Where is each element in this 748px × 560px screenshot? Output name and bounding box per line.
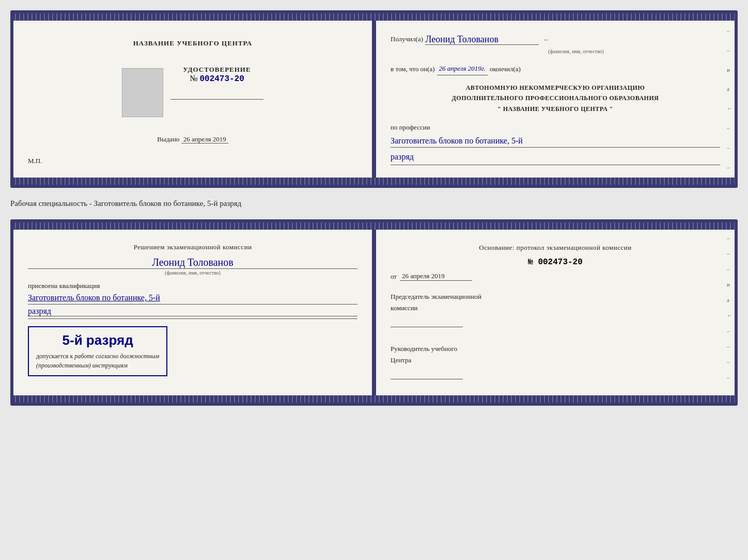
bottom-doc-left-half: Решением экзаменационной комиссии Леонид… bbox=[13, 230, 372, 396]
top-doc-right-half: Получил(а) Леонид Толованов – (фамилия, … bbox=[376, 21, 735, 178]
received-label: Получил(а) bbox=[391, 33, 423, 45]
date-prefix: от bbox=[391, 273, 397, 281]
qualification-label: присвоена квалификация bbox=[28, 282, 357, 290]
director-signature-line bbox=[391, 370, 463, 379]
profession-value: Заготовитель блоков по ботанике, 5-й bbox=[391, 135, 720, 147]
commission-text: Решением экзаменационной комиссии bbox=[133, 243, 252, 251]
cert-label: УДОСТОВЕРЕНИЕ bbox=[170, 66, 263, 74]
right-edge-marks: – – и а ← – – – – bbox=[727, 26, 733, 188]
finished-label: окончил(а) bbox=[490, 63, 521, 75]
chairman-signature-line bbox=[391, 318, 463, 327]
bottom-bottom-border-decoration bbox=[13, 395, 735, 403]
bottom-top-border-decoration bbox=[13, 222, 735, 230]
top-doc-left-half: НАЗВАНИЕ УЧЕБНОГО ЦЕНТРА УДОСТОВЕРЕНИЕ №… bbox=[13, 21, 372, 178]
fio-sublabel: (фамилия, имя, отчество) bbox=[432, 47, 720, 56]
director-label2: Центра bbox=[391, 355, 720, 366]
stamp-grade: 5-й разряд bbox=[36, 332, 159, 348]
bottom-date-row: от 26 апреля 2019 bbox=[391, 272, 720, 281]
cert-number-block: УДОСТОВЕРЕНИЕ № 002473-20 bbox=[170, 66, 263, 84]
protocol-number: № 002473-20 bbox=[391, 258, 720, 267]
profession-block: по профессии Заготовитель блоков по бота… bbox=[391, 121, 720, 165]
permit-text2: работе согласно должностным bbox=[74, 353, 159, 360]
stamp-area: М.П. bbox=[28, 157, 42, 165]
photo-placeholder bbox=[122, 68, 163, 117]
center-divider bbox=[372, 21, 376, 178]
page-wrapper: НАЗВАНИЕ УЧЕБНОГО ЦЕНТРА УДОСТОВЕРЕНИЕ №… bbox=[10, 10, 738, 406]
person-name: Леонид Толованов bbox=[28, 257, 357, 269]
permit-text1: допускается к bbox=[36, 353, 73, 360]
bottom-doc-right-half: Основание: протокол экзаменационной коми… bbox=[376, 230, 735, 396]
permit-text3: (производственным) инструкциям bbox=[36, 362, 128, 369]
org-line1: АВТОНОМНУЮ НЕКОММЕРЧЕСКУЮ ОРГАНИЗАЦИЮ bbox=[391, 83, 720, 93]
training-center-title: НАЗВАНИЕ УЧЕБНОГО ЦЕНТРА bbox=[133, 38, 253, 49]
cert-number: 002473-20 bbox=[199, 74, 244, 84]
director-block: Руководитель учебного Центра bbox=[391, 343, 720, 383]
date-value: 26 апреля 2019 bbox=[400, 272, 472, 281]
basis-label: Основание: протокол экзаменационной коми… bbox=[479, 244, 631, 251]
bottom-border-decoration bbox=[13, 178, 735, 185]
recipient-name: Леонид Толованов bbox=[425, 35, 539, 45]
bottom-right-edge-marks: – – – и а ← – – – – bbox=[727, 235, 733, 380]
bottom-center-divider bbox=[372, 230, 376, 396]
org-line2: ДОПОЛНИТЕЛЬНОГО ПРОФЕССИОНАЛЬНОГО ОБРАЗО… bbox=[391, 93, 720, 103]
stamp-label: М.П. bbox=[28, 157, 42, 165]
specialty-text: Рабочая специальность - Заготовитель бло… bbox=[10, 197, 738, 210]
stamp-permit: допускается к работе согласно должностны… bbox=[36, 351, 159, 370]
commission-header: Решением экзаменационной комиссии bbox=[28, 242, 357, 253]
top-document-card: НАЗВАНИЕ УЧЕБНОГО ЦЕНТРА УДОСТОВЕРЕНИЕ №… bbox=[10, 10, 738, 188]
bottom-document-card: Решением экзаменационной комиссии Леонид… bbox=[10, 219, 738, 406]
cert-number-prefix: № bbox=[190, 74, 197, 83]
org-line3: " НАЗВАНИЕ УЧЕБНОГО ЦЕНТРА " bbox=[391, 104, 720, 114]
confirmed-row: в том, что он(а) 26 апреля 2019г. окончи… bbox=[391, 62, 720, 75]
issued-date-value: 26 апреля 2019 bbox=[181, 135, 228, 143]
chairman-label2: комиссии bbox=[391, 302, 720, 314]
issued-date-row: Выдано 26 апреля 2019 bbox=[157, 135, 228, 143]
razryad-value: разряд bbox=[391, 150, 720, 165]
top-border-decoration bbox=[13, 13, 735, 21]
dash: – bbox=[541, 33, 548, 45]
assigned-label: присвоена квалификация bbox=[28, 282, 100, 290]
chairman-label: Председатель экзаменационной bbox=[391, 291, 720, 302]
top-document-inner: НАЗВАНИЕ УЧЕБНОГО ЦЕНТРА УДОСТОВЕРЕНИЕ №… bbox=[13, 21, 735, 178]
confirmed-label: в том, что он(а) bbox=[391, 63, 435, 75]
confirmed-date: 26 апреля 2019г. bbox=[437, 62, 488, 75]
recipient-row: Получил(а) Леонид Толованов – bbox=[391, 33, 720, 45]
director-label: Руководитель учебного bbox=[391, 343, 720, 355]
basis-text: Основание: протокол экзаменационной коми… bbox=[391, 242, 720, 253]
profession-label: по профессии bbox=[391, 123, 430, 131]
bottom-fio-sublabel: (фамилия, имя, отчество) bbox=[28, 270, 357, 276]
chairman-block: Председатель экзаменационной комиссии bbox=[391, 291, 720, 331]
issued-label: Выдано bbox=[157, 135, 179, 143]
qualification-value: Заготовитель блоков по ботанике, 5-й bbox=[28, 292, 357, 304]
stamp-box: 5-й разряд допускается к работе согласно… bbox=[28, 326, 167, 376]
bottom-document-inner: Решением экзаменационной комиссии Леонид… bbox=[13, 230, 735, 396]
razryad2-value: разряд bbox=[28, 307, 357, 316]
org-block: АВТОНОМНУЮ НЕКОММЕРЧЕСКУЮ ОРГАНИЗАЦИЮ ДО… bbox=[391, 83, 720, 114]
